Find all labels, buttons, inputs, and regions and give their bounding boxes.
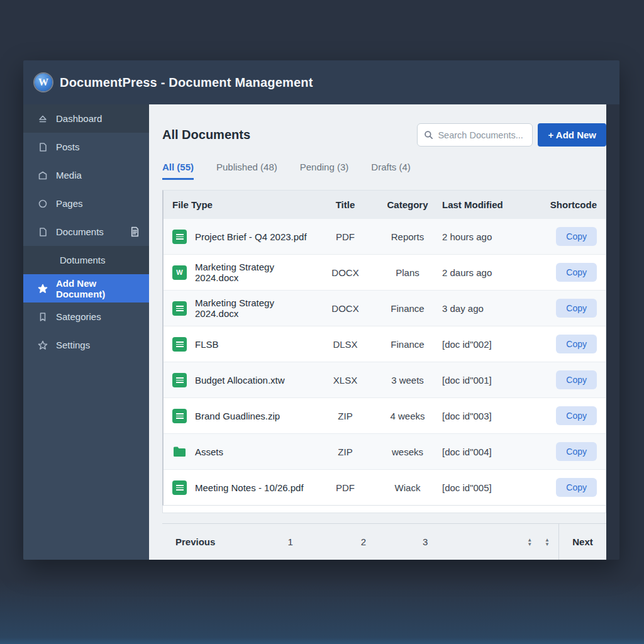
sidebar-item-dashboard[interactable]: Dashboard bbox=[23, 104, 149, 133]
file-name: Brand Guadlines.zip bbox=[195, 411, 280, 421]
file-name: Budget Allocation.xtw bbox=[195, 375, 285, 386]
sidebar-item-dotuments[interactable]: Dotuments bbox=[23, 246, 149, 274]
sidebar-item-label: Posts bbox=[56, 142, 80, 152]
document-file-icon bbox=[172, 373, 187, 387]
window-title: DocumentPress - Document Management bbox=[60, 75, 313, 90]
post-icon bbox=[37, 142, 48, 152]
sidebar-item-label: Add New Document) bbox=[56, 278, 140, 299]
copy-shortcode-button[interactable]: Copy bbox=[556, 227, 597, 246]
file-icon bbox=[37, 226, 48, 237]
table-partial-row bbox=[162, 506, 606, 513]
sidebar-item-label: Dotuments bbox=[60, 255, 106, 265]
sidebar-item-label: Pages bbox=[56, 198, 83, 209]
column-header-title: Title bbox=[318, 199, 373, 210]
copy-shortcode-button[interactable]: Copy bbox=[556, 299, 597, 318]
table-row: Project Brief - Q4 2023.pdf PDF Reports … bbox=[164, 218, 606, 254]
last-modified: [doc id"004] bbox=[442, 447, 538, 457]
next-button[interactable]: Next bbox=[558, 524, 606, 560]
sidebar-item-posts[interactable]: Posts bbox=[23, 133, 149, 161]
search-box[interactable] bbox=[417, 123, 533, 147]
main-content: All Documents + Add New All (55) Publis bbox=[149, 104, 606, 560]
sidebar-item-pages[interactable]: Pages bbox=[23, 189, 149, 218]
folder-icon bbox=[172, 445, 187, 459]
tab-drafts[interactable]: Drafts (4) bbox=[371, 162, 411, 180]
media-icon bbox=[37, 170, 48, 180]
title-bar: W DocumentPress - Document Management bbox=[23, 60, 619, 104]
table-row: Budget Allocation.xtw XLSX 3 weets [doc … bbox=[164, 362, 606, 397]
sidebar-item-label: Sategories bbox=[56, 311, 101, 322]
last-modified: 3 day ago bbox=[442, 303, 538, 314]
last-modified: 2 daurs ago bbox=[442, 267, 538, 278]
document-file-icon bbox=[172, 301, 187, 316]
page-number-3[interactable]: 3 bbox=[423, 536, 428, 547]
file-category: Plans bbox=[373, 267, 442, 278]
sidebar-item-sategories[interactable]: Sategories bbox=[23, 303, 149, 331]
tab-published[interactable]: Published (48) bbox=[216, 162, 277, 180]
star-icon bbox=[37, 283, 48, 294]
sidebar: Dashboard Posts Media Pages bbox=[23, 104, 149, 560]
last-modified: [doc id"003] bbox=[442, 411, 538, 421]
sort-arrows-icon[interactable]: ▲▼ bbox=[545, 538, 550, 547]
table-header-row: File Type Title Category Last Modified S… bbox=[164, 191, 606, 218]
status-tabs: All (55) Published (48) Pending (3) Draf… bbox=[162, 162, 606, 180]
sidebar-item-documents[interactable]: Documents bbox=[23, 218, 149, 246]
sort-arrows-icon[interactable]: ▲▼ bbox=[527, 538, 532, 547]
tab-pending[interactable]: Pending (3) bbox=[300, 162, 349, 180]
file-name: Marketing Strategy 2024.docx bbox=[195, 262, 318, 283]
page-title: All Documents bbox=[162, 128, 250, 142]
table-row: W Marketing Strategy 2024.docx DOCX Plan… bbox=[164, 254, 606, 290]
file-type: ZIP bbox=[318, 447, 373, 457]
app-window: W DocumentPress - Document Management Da… bbox=[23, 60, 619, 560]
search-icon bbox=[424, 130, 433, 140]
file-name: FLSB bbox=[195, 339, 219, 350]
file-type: XLSX bbox=[318, 375, 373, 386]
sidebar-item-label: Documents bbox=[56, 226, 104, 237]
copy-shortcode-button[interactable]: Copy bbox=[556, 442, 597, 461]
file-category: Wiack bbox=[373, 482, 442, 493]
star-outline-icon bbox=[37, 340, 48, 350]
previous-button[interactable]: Previous bbox=[175, 536, 215, 547]
column-header-category: Category bbox=[373, 199, 442, 210]
file-category: 3 weets bbox=[373, 375, 442, 386]
sidebar-item-label: Media bbox=[56, 170, 82, 180]
last-modified: [doc id"001] bbox=[442, 375, 538, 386]
word-file-icon: W bbox=[172, 265, 187, 280]
last-modified: 2 hours ago bbox=[442, 231, 538, 242]
sidebar-item-add-new-document[interactable]: Add New Document) bbox=[23, 274, 149, 303]
document-file-icon bbox=[172, 480, 187, 495]
copy-shortcode-button[interactable]: Copy bbox=[556, 478, 597, 497]
right-edge-strip bbox=[606, 104, 619, 560]
file-type: PDF bbox=[318, 482, 373, 493]
file-type: ZIP bbox=[318, 411, 373, 421]
copy-shortcode-button[interactable]: Copy bbox=[556, 370, 597, 389]
file-type: DOCX bbox=[318, 267, 373, 278]
table-row: Meeting Notes - 10/26.pdf PDF Wiack [doc… bbox=[164, 469, 606, 505]
copy-shortcode-button[interactable]: Copy bbox=[556, 263, 597, 282]
eject-icon bbox=[37, 113, 48, 124]
document-file-icon bbox=[172, 337, 187, 352]
circle-icon bbox=[37, 198, 48, 209]
page-number-2[interactable]: 2 bbox=[361, 536, 366, 547]
file-name: Assets bbox=[195, 447, 223, 457]
table-row: Assets ZIP weseks [doc id"004] Copy bbox=[164, 433, 606, 469]
sidebar-item-settings[interactable]: Settings bbox=[23, 331, 149, 359]
add-new-button[interactable]: + Add New bbox=[538, 123, 606, 147]
sidebar-item-media[interactable]: Media bbox=[23, 161, 149, 189]
search-input[interactable] bbox=[438, 130, 526, 140]
file-name: Marketing Strategy 2024.docx bbox=[195, 297, 318, 319]
page-number-1[interactable]: 1 bbox=[287, 536, 292, 547]
file-name: Project Brief - Q4 2023.pdf bbox=[195, 231, 307, 242]
sidebar-item-label: Settings bbox=[56, 340, 90, 350]
file-name: Meeting Notes - 10/26.pdf bbox=[195, 482, 304, 493]
last-modified: [doc id"005] bbox=[442, 482, 538, 493]
file-category: 4 weeks bbox=[373, 411, 442, 421]
copy-shortcode-button[interactable]: Copy bbox=[556, 335, 597, 353]
column-header-file-type: File Type bbox=[172, 199, 318, 210]
tab-all[interactable]: All (55) bbox=[162, 162, 194, 180]
last-modified: [doc id"002] bbox=[442, 339, 538, 350]
file-category: Finance bbox=[373, 303, 442, 314]
sidebar-item-label: Dashboard bbox=[56, 113, 102, 124]
copy-shortcode-button[interactable]: Copy bbox=[556, 406, 597, 425]
column-header-shortcode: Shortcode bbox=[538, 199, 597, 210]
pagination-bar: Previous 1 2 3 ▲▼ ▲▼ Next bbox=[162, 523, 606, 560]
